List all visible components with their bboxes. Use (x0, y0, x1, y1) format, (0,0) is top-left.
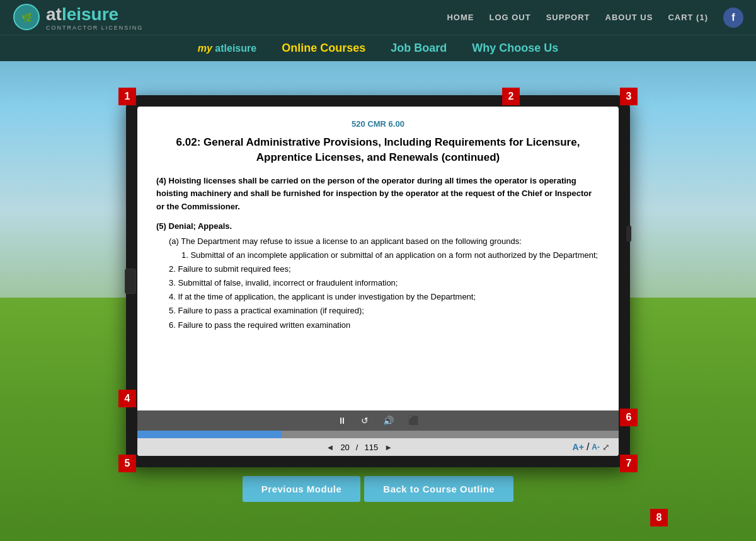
badge-8: 8 (650, 509, 668, 526)
back-to-outline-button[interactable]: Back to Course Outline (364, 476, 513, 502)
prev-page-arrow[interactable]: ◄ (326, 443, 335, 452)
nav-support[interactable]: SUPPORT (546, 13, 590, 22)
badge-2: 2 (502, 88, 520, 105)
rewind-button[interactable]: ↺ (358, 414, 371, 427)
nav-home[interactable]: HOME (447, 13, 474, 22)
logo-at: at (46, 4, 62, 24)
bottom-navigation: Previous Module Back to Course Outline (243, 476, 513, 502)
badge-7: 7 (620, 455, 638, 472)
regulation-label: 520 CMR 6.00 (156, 119, 600, 129)
fullscreen-button[interactable]: ⤢ (602, 442, 610, 452)
nav-logout[interactable]: LOG OUT (489, 13, 530, 22)
tablet-screen: 520 CMR 6.00 6.02: General Administrativ… (137, 107, 619, 456)
logo-area: 🌿 atleisure CONTRACTOR LICENSING (13, 3, 143, 32)
page-total: 115 (364, 443, 378, 452)
logo-main-text: atleisure (46, 4, 143, 25)
page-separator: / (356, 443, 358, 452)
main-content: 1 2 3 4 5 6 7 520 CMR 6.00 6.02: General… (0, 61, 756, 533)
section-5a: (a) The Department may refuse to issue a… (169, 235, 600, 332)
progress-bar-area (137, 431, 619, 438)
nav-online-courses[interactable]: Online Courses (282, 42, 365, 55)
document-content: 520 CMR 6.00 6.02: General Administrativ… (137, 107, 619, 410)
font-controls: A+ / A- ⤢ (573, 441, 610, 453)
tablet-frame: 1 2 3 4 5 6 7 520 CMR 6.00 6.02: General… (126, 95, 630, 467)
document-title: 6.02: General Administrative Provisions,… (156, 135, 600, 165)
media-controls-bar: ⏸ ↺ 🔊 ⬛ (137, 410, 619, 431)
screen-button[interactable]: ⬛ (406, 414, 421, 427)
badge-3: 3 (620, 88, 638, 105)
nav-my-atleisure[interactable]: my atleisure (198, 43, 256, 54)
previous-module-button[interactable]: Previous Module (243, 476, 361, 502)
font-separator: / (587, 441, 589, 453)
header-bottom-nav: my atleisure Online Courses Job Board Wh… (0, 35, 756, 61)
logo-icon: 🌿 (13, 3, 41, 32)
header-top: 🌿 atleisure CONTRACTOR LICENSING HOME LO… (0, 0, 756, 35)
page-navigation-bar: ◄ 20 / 115 ► A+ / A- ⤢ (137, 438, 619, 456)
logo-text-container: atleisure CONTRACTOR LICENSING (46, 4, 143, 31)
nav-job-board[interactable]: Job Board (391, 42, 447, 55)
list-item-5: 5. Failure to pass a practical examinati… (169, 304, 600, 318)
list-item-6: 6. Failure to pass the required written … (169, 318, 600, 332)
svg-text:🌿: 🌿 (21, 13, 33, 23)
tablet-home-button[interactable] (125, 269, 136, 294)
site-header: 🌿 atleisure CONTRACTOR LICENSING HOME LO… (0, 0, 756, 61)
progress-bar-fill (137, 431, 282, 438)
facebook-icon[interactable]: f (723, 8, 743, 28)
page-current: 20 (340, 443, 349, 452)
logo-subtitle: CONTRACTOR LICENSING (46, 25, 143, 31)
logo-leisure: leisure (62, 4, 118, 24)
badge-1: 1 (118, 88, 136, 105)
top-navigation: HOME LOG OUT SUPPORT ABOUT US CART (1) f (447, 8, 743, 28)
font-decrease-button[interactable]: A- (592, 443, 600, 451)
page-nav-center: ◄ 20 / 115 ► (326, 443, 393, 452)
badge-5: 5 (118, 455, 136, 472)
list-item-1: 1. Submittal of an incomplete applicatio… (181, 248, 600, 262)
section-5a-intro: (a) The Department may refuse to issue a… (169, 235, 600, 248)
nav-why-choose[interactable]: Why Choose Us (472, 42, 558, 55)
my-label: my (198, 43, 212, 54)
badge-6: 6 (620, 409, 638, 426)
font-increase-button[interactable]: A+ (573, 442, 584, 452)
list-item-4: 4. If at the time of application, the ap… (169, 290, 600, 304)
paragraph-4: (4) Hoisting licenses shall be carried o… (156, 175, 600, 214)
list-item-3: 3. Submittal of false, invalid, incorrec… (169, 276, 600, 290)
section-5-title: (5) Denial; Appeals. (156, 221, 600, 231)
nav-cart[interactable]: CART (1) (668, 13, 708, 22)
nav-about-us[interactable]: ABOUT US (605, 13, 653, 22)
volume-button[interactable]: 🔊 (381, 414, 396, 427)
pause-button[interactable]: ⏸ (335, 414, 349, 427)
badge-4: 4 (118, 390, 136, 407)
next-page-arrow[interactable]: ► (384, 443, 392, 452)
list-item-2: 2. Failure to submit required fees; (169, 262, 600, 276)
tablet-power-button[interactable] (626, 226, 631, 241)
atleisure-label: atleisure (215, 43, 256, 54)
